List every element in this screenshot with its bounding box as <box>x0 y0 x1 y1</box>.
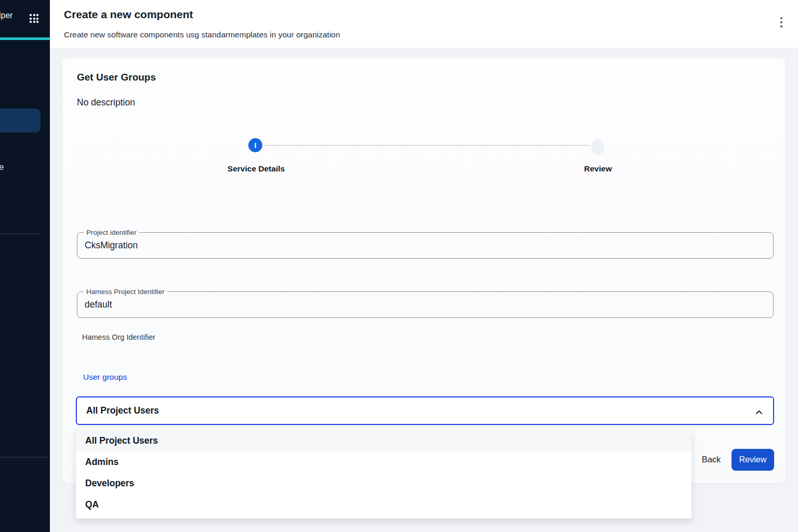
dropdown-option-all-project-users[interactable]: All Project Users <box>76 430 691 451</box>
apps-grid-icon[interactable] <box>30 14 39 24</box>
sidebar-active-item[interactable] <box>0 109 41 132</box>
harness-org-identifier-label: Hamess Org Identifier <box>82 333 155 341</box>
stepper-step-1-label: Service Details <box>213 164 299 174</box>
user-groups-select[interactable]: All Project Users <box>76 396 774 425</box>
sidebar-item-label-partial[interactable]: e <box>0 162 4 172</box>
card-title: Get User Groups <box>77 72 156 83</box>
page-header: Create a new component Create new softwa… <box>50 0 798 48</box>
sidebar: lper e <box>0 0 50 532</box>
project-identifier-value: CksMigration <box>85 233 138 258</box>
stepper-step-2-marker <box>591 139 604 155</box>
harness-project-identifier-value: default <box>85 292 112 317</box>
back-button[interactable]: Back <box>694 449 728 470</box>
card-description: No description <box>77 97 135 108</box>
review-button[interactable]: Review <box>732 449 774 471</box>
sidebar-accent-line <box>0 37 50 40</box>
user-groups-select-value: All Project Users <box>86 397 159 424</box>
project-identifier-input[interactable]: Project identifier CksMigration <box>77 232 774 259</box>
stepper-step-2-label: Review <box>555 164 641 174</box>
sidebar-divider <box>0 457 48 458</box>
stepper-connector-line <box>265 145 590 146</box>
user-groups-dropdown-menu: All Project Users Admins Developers QA <box>76 430 691 518</box>
sidebar-brand-text: lper <box>0 11 13 20</box>
chevron-up-icon <box>755 409 763 416</box>
user-groups-link[interactable]: User groups <box>83 373 127 382</box>
sidebar-divider <box>0 233 39 234</box>
harness-project-identifier-input[interactable]: Hamess Project Identifier default <box>77 291 774 318</box>
dropdown-option-developers[interactable]: Developers <box>76 473 691 494</box>
stepper-step-1-marker: I <box>248 138 262 152</box>
dropdown-option-qa[interactable]: QA <box>76 494 691 515</box>
kebab-menu-icon <box>780 17 783 20</box>
page-subtitle: Create new software components usg stand… <box>64 30 340 39</box>
more-options-button[interactable] <box>776 15 787 30</box>
form-card: Get User Groups No description I Service… <box>62 58 786 483</box>
dropdown-option-admins[interactable]: Admins <box>76 451 691 473</box>
page-title: Create a new component <box>64 8 193 21</box>
